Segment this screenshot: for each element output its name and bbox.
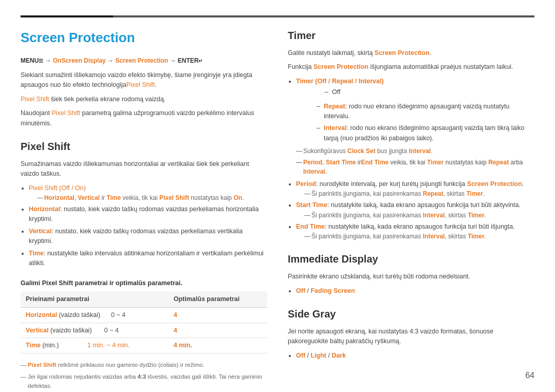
note-period-start-end: — Period, Start Time irEnd Time veikia, … <box>296 158 534 176</box>
bullet-off-light-dark: Off / Light / Dark <box>296 351 534 361</box>
timer-section: Timer Galite nustatyti laikmatį, skirtą … <box>288 28 534 241</box>
menu-onscreen: OnScreen Display <box>53 57 106 64</box>
col-header-param: Prieinami parametrai <box>21 291 169 307</box>
bullet-timer-options: Timer (Off / Repeat / Interval) Off <box>296 77 534 98</box>
screen-protection-section: Screen Protection MENU☰ → OnScreen Displ… <box>21 28 267 128</box>
pixel-shift-para1: Pixel Shift šiek tiek perkelia ekrane ro… <box>21 95 267 104</box>
main-layout: Screen Protection MENU☰ → OnScreen Displ… <box>21 28 534 390</box>
pixel-shift-bullets: Pixel Shift (Off / On) Horizontal, Verti… <box>29 183 267 269</box>
table-section: Galimi Pixel Shift parametrai ir optimal… <box>21 278 267 353</box>
bullet-vertical: Vertical: nustato, kiek vaizdo taškų rod… <box>29 227 267 247</box>
bullet-pixel-shift-off-on: Pixel Shift (Off / On) Horizontal, Verti… <box>29 183 267 202</box>
dash-off: Off <box>325 87 534 97</box>
footnote-2: Jei ilgai rodomas nejudantis vaizdas arb… <box>21 372 267 390</box>
side-gray-section: Side Gray Jei norite apsaugoti ekraną, k… <box>288 306 534 361</box>
bullet-horizontal: Horizontal: nustato, kiek vaizdo taškų r… <box>29 204 267 225</box>
note-clock-set: Sukonfigūravus Clock Set bus įjungta Int… <box>296 146 534 156</box>
top-bar <box>21 15 534 17</box>
dash-horizontal-vertical-time: Horizontal, Vertical ir Time veikia, tik… <box>37 193 267 202</box>
timer-bullets: Timer (Off / Repeat / Interval) Off <box>296 77 534 98</box>
bullet-period: Period: nurodykite intervalą, per kurį t… <box>296 179 534 198</box>
row-time-optimal: 4 min. <box>169 338 267 353</box>
timer-more-bullets: Period: nurodykite intervalą, per kurį t… <box>296 179 534 241</box>
bullet-time: Time: nustatykite laiko intervalus atiti… <box>29 249 267 269</box>
side-gray-desc: Jei norite apsaugoti ekraną, kai nustaty… <box>288 327 534 347</box>
right-column: Timer Galite nustatyti laikmatį, skirtą … <box>288 28 534 390</box>
table-label: Galimi Pixel Shift parametrai ir optimal… <box>21 278 267 288</box>
row-vertical-optimal: 4 <box>169 323 267 338</box>
row-vertical-label: Vertical (vaizdo taškai) 0 ~ 4 <box>21 323 169 338</box>
immediate-display-section: Immediate Display Pasirinkite ekrano užs… <box>288 251 534 296</box>
bullet-end-time: End Time: nustatykite laiką, kada ekrano… <box>296 222 534 241</box>
bullet-start-time: Start Time: nustatykite laiką, kada ekra… <box>296 200 534 219</box>
timer-desc1: Galite nustatyti laikmatį, skirtą Screen… <box>288 48 534 58</box>
col-header-optimal: Optimalūs parametrai <box>169 291 267 307</box>
pixel-shift-section: Pixel Shift Sumažinamas vaizdo išliekamu… <box>21 139 267 268</box>
dash-repeat: Repeat: rodo nuo ekrano išdeginimo apsau… <box>317 102 534 122</box>
timer-desc2: Funkcija Screen Protection išjungiama au… <box>288 62 534 72</box>
left-column: Screen Protection MENU☰ → OnScreen Displ… <box>21 28 267 390</box>
pixel-shift-title: Pixel Shift <box>21 139 267 154</box>
pixel-shift-desc: Sumažinamas vaizdo išliekamumas horizont… <box>21 159 267 179</box>
note-period-sub: Ši parinktis įjungiama, kai pasirenkamas… <box>304 189 534 198</box>
intro-paragraph: Siekiant sumažinti išliekamojo vaizdo ef… <box>21 70 267 90</box>
note-end-time-sub: Ši parinktis įjungiama, kai pasirenkamas… <box>304 232 534 241</box>
pixel-shift-para2: Naudojant Pixel Shift parametrą galima u… <box>21 108 267 128</box>
side-gray-title: Side Gray <box>288 306 534 322</box>
bullet-fading-screen: Off / Fading Screen <box>296 286 534 296</box>
immediate-display-desc: Pasirinkite ekrano užsklandą, kuri turėt… <box>288 272 534 282</box>
row-horizontal-label: Horizontal (vaizdo taškai) 0 ~ 4 <box>21 307 169 323</box>
table-row: Vertical (vaizdo taškai) 0 ~ 4 4 <box>21 323 267 338</box>
pixel-shift-table: Prieinami parametrai Optimalūs parametra… <box>21 291 267 353</box>
note-start-time-sub: Ši parinktis įjungiama, kai pasirenkamas… <box>304 211 534 220</box>
side-gray-bullets: Off / Light / Dark <box>296 351 534 361</box>
table-row: Horizontal (vaizdo taškai) 0 ~ 4 4 <box>21 307 267 323</box>
footnote-1: Pixel Shift reikšmė priklauso nuo gamini… <box>21 361 267 369</box>
timer-title: Timer <box>288 28 534 43</box>
immediate-display-bullets: Off / Fading Screen <box>296 286 534 296</box>
dash-interval: Interval: rodo nuo ekrano išdeginimo aps… <box>317 123 534 143</box>
menu-path: MENU☰ → OnScreen Display → Screen Protec… <box>21 56 267 65</box>
timer-dash-list: Repeat: rodo nuo ekrano išdeginimo apsau… <box>302 102 534 144</box>
menu-screen-protection: Screen Protection <box>115 57 168 64</box>
page-title: Screen Protection <box>21 28 267 48</box>
row-horizontal-optimal: 4 <box>169 307 267 323</box>
table-row: Time (min.) 1 min. ~ 4 min. 4 min. <box>21 338 267 353</box>
page-number: 64 <box>525 369 534 382</box>
row-time-label: Time (min.) 1 min. ~ 4 min. <box>21 338 169 353</box>
immediate-display-title: Immediate Display <box>288 251 534 267</box>
